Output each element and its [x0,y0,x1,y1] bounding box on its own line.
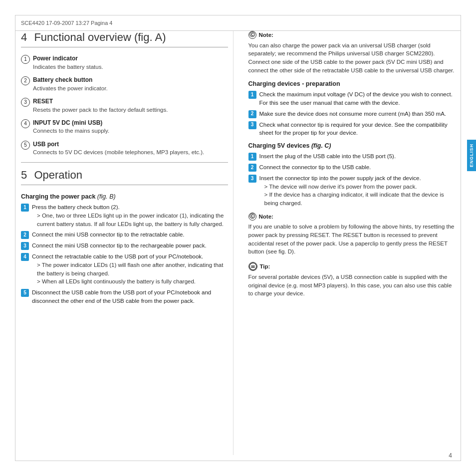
step-item: 4 Connect the retractable cable to the U… [21,252,228,286]
tip-text: For several portable devices (5V), a USB… [248,273,456,298]
step-num: 2 [21,231,29,239]
charging-5v-steps: 1 Insert the plug of the USB cable into … [248,152,456,208]
step-num: 2 [248,110,256,118]
step-main: Insert the connector tip into the power … [259,175,421,181]
feature-list: 1 Power indicator Indicates the battery … [21,54,228,156]
main-content: 4 Functional overview (fig. A) 1 Power i… [21,31,455,455]
step-content: Disconnect the USB cable from the USB po… [32,288,228,305]
charging-power-pack-title: Charging the power pack (fig. B) [21,193,228,200]
left-column: 4 Functional overview (fig. A) 1 Power i… [21,31,234,455]
tip-label: Tip: [260,262,270,271]
step-main: Check the maximum input voltage (V DC) o… [259,91,453,106]
step-item: 2 Connect the mini USB connector tip to … [21,231,228,239]
feature-item-4: 4 INPUT 5V DC (mini USB) Connects to the… [21,119,228,135]
step-item: 1 Press the battery check button (2). > … [21,203,228,228]
section4-num: 4 [21,31,27,43]
step-content: Make sure the device does not consume mo… [259,110,456,118]
note-icon-2: Ⓒ [248,213,256,221]
step-main: Connect the mini USB connector tip to th… [32,242,207,248]
charging-devices-prep-title: Charging devices - preparation [248,80,456,87]
feature-desc-3: Resets the power pack to the factory def… [33,106,168,114]
step-num: 1 [248,153,256,161]
step-content: Check the maximum input voltage (V DC) o… [259,90,456,107]
note-box-2: Ⓒ Note: If you are unable to solve a pro… [248,213,456,256]
tip-box: ✉ Tip: For several portable devices (5V)… [248,262,456,298]
step-main: Make sure the device does not consume mo… [259,111,447,117]
charging-5v-fig: (fig. C) [311,142,331,149]
step-num: 3 [248,121,256,129]
feature-title-2: Battery check button [33,76,108,84]
step-sub: > When all LEDs light continuously the b… [32,277,228,286]
step-item: 1 Insert the plug of the USB cable into … [248,152,456,161]
step-main: Connect the mini USB connector tip to th… [32,232,185,238]
step-num: 4 [21,253,29,261]
note-header-2: Ⓒ Note: [248,213,456,221]
step-sub: > If the device has a charging indicator… [259,191,456,207]
step-item: 1 Check the maximum input voltage (V DC)… [248,90,456,107]
step-main: Connect the retractable cable to the USB… [32,253,203,259]
step-content: Insert the plug of the USB cable into th… [259,152,456,161]
charging-power-pack-section: Charging the power pack (fig. B) 1 Press… [21,193,228,305]
charging-power-pack-fig: (fig. B) [97,193,116,200]
step-main: Check what connector tip is required for… [259,122,448,136]
right-column: Ⓒ Note: You can also charge the power pa… [245,31,456,455]
step-sub: > One, two or three LEDs light up in the… [32,212,228,228]
step-content: Press the battery check button (2). > On… [32,203,228,228]
step-num: 3 [21,242,29,250]
feature-num-4: 4 [21,119,30,128]
step-item: 3 Check what connector tip is required f… [248,121,456,137]
charging-devices-prep-steps: 1 Check the maximum input voltage (V DC)… [248,90,456,137]
step-main: Press the battery check button (2). [32,204,120,210]
page-header: SCE4420 17-09-2007 13:27 Pagina 4 [15,15,461,31]
section4-title-text: Functional overview (fig. A) [34,31,166,43]
charging-5v-title: Charging 5V devices (fig. C) [248,142,456,149]
step-num: 1 [248,91,256,99]
step-main: Disconnect the USB cable from the USB po… [32,289,211,304]
tip-icon: ✉ [248,262,257,271]
step-content: Connect the mini USB connector tip to th… [32,241,228,250]
section4-title: 4 Functional overview (fig. A) [21,31,228,47]
svg-text:✉: ✉ [251,264,255,269]
feature-title-4: INPUT 5V DC (mini USB) [33,119,109,127]
section5-num: 5 [21,169,27,181]
step-num: 2 [248,164,256,172]
step-item: 3 Connect the mini USB connector tip to … [21,241,228,250]
note-text-1: You can also charge the power pack via a… [248,41,456,75]
section5-title-text: Operation [34,169,82,181]
feature-num-3: 3 [21,98,30,107]
step-main: Connect the connector tip to the USB cab… [259,164,371,170]
feature-num-1: 1 [21,55,30,64]
feature-content-2: Battery check button Activates the power… [33,76,108,92]
note-text-2: If you are unable to solve a problem by … [248,223,456,256]
note-icon-1: Ⓒ [248,31,256,39]
feature-item-2: 2 Battery check button Activates the pow… [21,76,228,92]
step-sub: > The device will now derive it's power … [259,183,456,191]
charging-power-pack-steps: 1 Press the battery check button (2). > … [21,203,228,305]
feature-item-5: 5 USB port Connects to 5V DC devices (mo… [21,140,228,157]
feature-desc-5: Connects to 5V DC devices (mobile teleph… [33,148,204,156]
english-tab: ENGLISH [467,140,476,171]
step-num: 3 [248,175,256,183]
feature-content-3: RESET Resets the power pack to the facto… [33,97,168,114]
note-label-1: Note: [259,31,273,39]
feature-num-5: 5 [21,141,30,150]
feature-desc-1: Indicates the battery status. [33,63,103,71]
step-content: Connect the mini USB connector tip to th… [32,231,228,239]
step-item: 5 Disconnect the USB cable from the USB … [21,288,228,305]
charging-5v-section: Charging 5V devices (fig. C) 1 Insert th… [248,142,456,208]
step-item: 2 Make sure the device does not consume … [248,110,456,118]
step-content: Check what connector tip is required for… [259,121,456,137]
feature-content-1: Power indicator Indicates the battery st… [33,54,103,71]
step-content: Insert the connector tip into the power … [259,174,456,208]
feature-content-4: INPUT 5V DC (mini USB) Connects to the m… [33,119,109,135]
feature-title-1: Power indicator [33,54,103,63]
step-item: 3 Insert the connector tip into the powe… [248,174,456,208]
step-content: Connect the connector tip to the USB cab… [259,163,456,172]
feature-title-5: USB port [33,140,204,149]
step-sub: > The power indicator LEDs (1) will flas… [32,261,228,277]
note-label-2: Note: [259,213,273,221]
step-content: Connect the retractable cable to the USB… [32,252,228,286]
feature-item-1: 1 Power indicator Indicates the battery … [21,54,228,71]
section5-title: 5 Operation [21,169,228,185]
feature-item-3: 3 RESET Resets the power pack to the fac… [21,97,228,114]
